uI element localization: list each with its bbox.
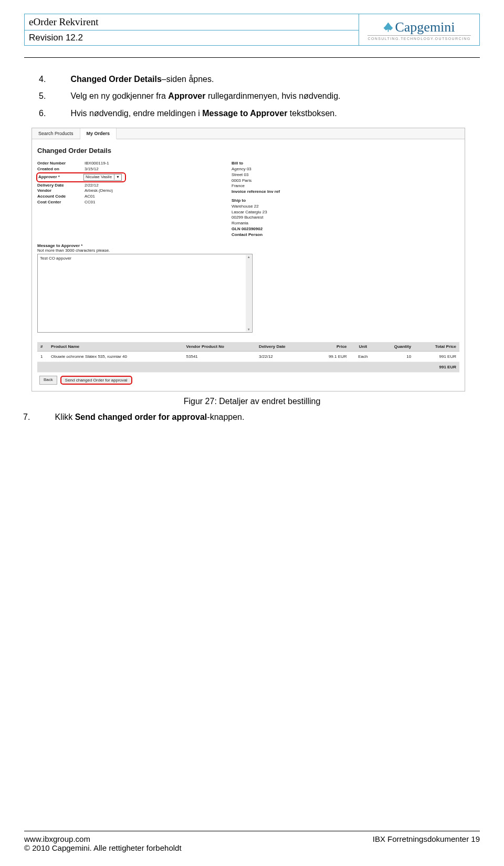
order-details-left: Order NumberIBX000119-1 Created on3/15/1… — [37, 161, 200, 238]
table-total-row: 991 EUR — [37, 362, 459, 372]
tab-search-products[interactable]: Search Products — [32, 128, 80, 139]
message-input[interactable]: Test CO appover ▴▾ — [37, 254, 253, 333]
steps-list: 4. Changed Order Details–siden åpnes. 5.… — [39, 74, 465, 119]
logo-text: Capgemini — [395, 19, 455, 35]
approver-highlight: Approver * Niculae Vasile ▼ — [36, 172, 126, 182]
tab-my-orders[interactable]: My Orders — [80, 128, 117, 139]
step-4: 4. Changed Order Details–siden åpnes. — [55, 74, 465, 85]
approver-dropdown[interactable]: Niculae Vasile ▼ — [83, 174, 122, 181]
figure-caption: Figur 27: Detaljer av endret bestilling — [39, 397, 465, 406]
doc-header: eOrder Rekvirent Revision 12.2 Capgemini… — [24, 14, 480, 46]
message-hint: Not more than 3000 characters please. — [37, 248, 459, 253]
back-button[interactable]: Back — [39, 376, 57, 385]
header-divider — [24, 57, 480, 58]
line-items-table: # Product Name Vendor Product No Deliver… — [37, 342, 459, 373]
footer-page-info: IBX Forretningsdokumenter 19 — [373, 834, 480, 843]
tabs: Search Products My Orders — [32, 128, 465, 139]
table-row: 1 Obuwie ochronne Stálex 535, rozmiar 40… — [37, 351, 459, 362]
step-5: 5. Velg en ny godkjenner fra Approver ru… — [55, 90, 465, 102]
chevron-down-icon: ▼ — [114, 174, 120, 179]
doc-title: eOrder Rekvirent — [24, 14, 359, 30]
footer-divider — [24, 831, 480, 831]
app-screenshot: Search Products My Orders Changed Order … — [32, 128, 465, 391]
order-details-right: Bill to Agency 03 Street 03 0003 Paris F… — [232, 161, 459, 238]
send-changed-order-button[interactable]: Send changed Order for approval — [60, 376, 132, 385]
logo-tagline: CONSULTING.TECHNOLOGY.OUTSOURCING — [368, 35, 470, 40]
scrollbar[interactable]: ▴▾ — [246, 255, 251, 332]
brand-logo: Capgemini CONSULTING.TECHNOLOGY.OUTSOURC… — [359, 14, 480, 46]
spade-icon — [383, 23, 393, 32]
page-footer: www.ibxgroup.com IBX Forretningsdokument… — [24, 831, 480, 852]
step-7: 7. Klikk Send changed order for approval… — [39, 413, 465, 422]
footer-url[interactable]: www.ibxgroup.com — [24, 834, 90, 843]
message-label: Message to Approver * — [37, 243, 459, 248]
footer-copyright: © 2010 Capgemini. Alle rettigheter forbe… — [24, 843, 480, 852]
step-6: 6. Hvis nødvendig, endre meldingen i Mes… — [55, 108, 465, 119]
doc-revision: Revision 12.2 — [24, 30, 359, 46]
page-title: Changed Order Details — [37, 147, 459, 154]
